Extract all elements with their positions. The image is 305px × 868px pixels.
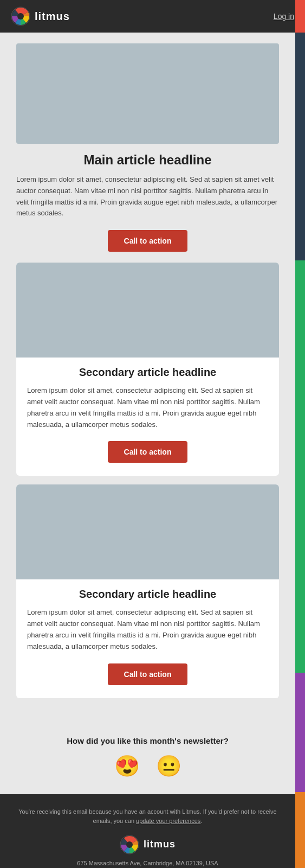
side-bar-red (295, 0, 305, 33)
main-content: Main article headline Lorem ipsum dolor … (0, 33, 295, 723)
footer-body-text: You're receiving this email because you … (16, 807, 279, 826)
side-bars (295, 0, 305, 868)
footer-preferences-link[interactable]: update your preferences (136, 818, 200, 824)
emoji-love[interactable]: 😍 (114, 754, 140, 778)
svg-point-1 (17, 13, 24, 20)
secondary-article-2: Secondary article headline Lorem ipsum d… (16, 484, 279, 698)
secondary-cta-button-1[interactable]: Call to action (108, 441, 188, 463)
feedback-question: How did you like this month's newsletter… (0, 736, 295, 745)
header: litmus Log in (0, 0, 305, 33)
header-logo-text: litmus (35, 10, 70, 23)
side-bar-orange (295, 792, 305, 868)
feedback-section: How did you like this month's newsletter… (0, 723, 295, 794)
main-article-image (16, 43, 279, 144)
secondary-article-2-image (16, 484, 279, 579)
secondary-article-2-headline: Secondary article headline (16, 588, 279, 601)
login-link[interactable]: Log in (274, 12, 294, 21)
secondary-cta-button-2[interactable]: Call to action (108, 663, 188, 685)
main-article-headline: Main article headline (16, 152, 279, 168)
side-bar-dark (295, 33, 305, 260)
footer-address: 675 Massachusetts Ave, Cambridge, MA 021… (16, 860, 279, 866)
secondary-article-2-body: Lorem ipsum dolor sit amet, consectetur … (16, 607, 279, 652)
secondary-article-1: Secondary article headline Lorem ipsum d… (16, 263, 279, 476)
svg-point-3 (126, 841, 133, 848)
side-bar-green1 (295, 260, 305, 467)
footer-logo-row: litmus (16, 835, 279, 854)
side-bar-purple (295, 673, 305, 792)
footer-litmus-logo-icon (120, 835, 139, 854)
secondary-article-1-image (16, 263, 279, 358)
main-article-body: Lorem ipsum dolor sit amet, consectetur … (16, 174, 279, 219)
secondary-article-1-body: Lorem ipsum dolor sit amet, consectetur … (16, 385, 279, 430)
litmus-logo-icon (11, 7, 30, 26)
footer: You're receiving this email because you … (0, 794, 295, 868)
emoji-neutral[interactable]: 😐 (156, 754, 181, 778)
main-cta-button[interactable]: Call to action (108, 230, 188, 252)
side-bar-green2 (295, 467, 305, 673)
emoji-row: 😍 😐 (0, 754, 295, 778)
main-article: Main article headline Lorem ipsum dolor … (16, 43, 279, 252)
logo-container: litmus (11, 7, 70, 26)
footer-logo-text: litmus (144, 839, 176, 850)
secondary-article-1-headline: Secondary article headline (16, 366, 279, 379)
